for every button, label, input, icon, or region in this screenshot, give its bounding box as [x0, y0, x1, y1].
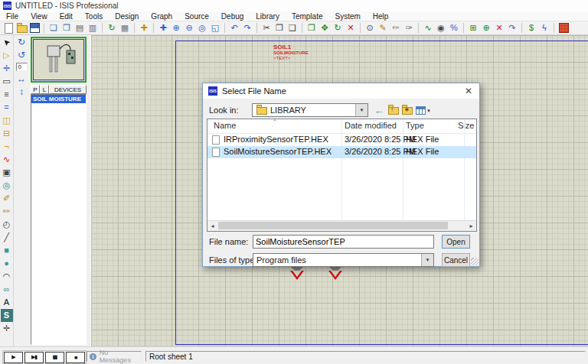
rotate-anticlockwise-icon[interactable]: ↺	[16, 50, 28, 60]
zoom-out-icon[interactable]: ⊖	[183, 22, 195, 34]
zoom-in-icon[interactable]: ⊕	[170, 22, 182, 34]
voltage-probe-icon[interactable]: ✐	[1, 192, 13, 205]
zoom-all-icon[interactable]: ◎	[196, 22, 208, 34]
play-button[interactable]: ▶	[4, 352, 23, 363]
virtual-instruments-icon[interactable]: ◴	[1, 218, 13, 231]
save-file-icon[interactable]	[28, 22, 41, 34]
arc-2d-icon[interactable]: ◠	[1, 270, 13, 283]
path-2d-icon[interactable]: ∞	[1, 283, 13, 296]
redraw-icon[interactable]: ↻	[106, 22, 118, 34]
line-2d-icon[interactable]: ╱	[1, 231, 13, 244]
menu-item[interactable]: System	[328, 12, 366, 21]
wire-label-icon[interactable]: ▭	[1, 75, 13, 88]
redo-icon[interactable]: ↷	[241, 22, 253, 34]
remove-sheet-icon[interactable]: ✕	[493, 22, 505, 34]
junction-dot-icon[interactable]: ✛	[1, 62, 13, 75]
pause-button[interactable]: ▮▮	[45, 352, 64, 363]
paste-icon[interactable]: ❑	[286, 22, 299, 34]
dialog-title-bar[interactable]: ISIS Select File Name ✕	[203, 83, 479, 99]
stop-button[interactable]: ■	[66, 352, 85, 363]
files-of-type-dropdown[interactable]: Program files ▼	[253, 253, 434, 267]
scroll-left-icon[interactable]: ◂	[207, 221, 217, 230]
packaging-tool-icon[interactable]: ✏	[390, 22, 402, 34]
view-menu-icon[interactable]	[414, 104, 426, 116]
bill-of-materials-icon[interactable]: $	[525, 22, 537, 34]
pick-device-icon[interactable]: ⊙	[364, 22, 376, 34]
grid-toggle-icon[interactable]: ▦	[119, 22, 131, 34]
file-row[interactable]: IRProximitySensorTEP.HEX 3/26/2020 8:25 …	[207, 134, 476, 146]
cancel-button[interactable]: Cancel	[442, 253, 470, 267]
cut-icon[interactable]: ✂	[260, 22, 273, 34]
bus-icon[interactable]: =	[1, 101, 13, 114]
subcircuit-icon[interactable]: ◫	[1, 114, 13, 127]
origin-icon[interactable]: ✚	[138, 22, 150, 34]
block-delete-icon[interactable]: ✕	[345, 22, 357, 34]
rotate-clockwise-icon[interactable]: ↻	[16, 37, 28, 47]
close-icon[interactable]: ✕	[465, 86, 472, 96]
selection-mode-icon[interactable]: ➤	[1, 36, 13, 49]
file-name-input[interactable]	[253, 235, 434, 249]
text-script-icon[interactable]: ≡	[1, 88, 13, 101]
block-copy-icon[interactable]: ❐	[305, 22, 318, 34]
menu-item[interactable]: Help	[367, 12, 395, 21]
scroll-right-icon[interactable]: ▸	[466, 221, 476, 230]
rotation-angle-field[interactable]: 0	[16, 63, 28, 71]
pick-devices-button[interactable]: P	[31, 85, 40, 94]
up-one-level-icon[interactable]: ↑	[387, 104, 399, 116]
terminal-mode-icon[interactable]: ⊟	[1, 127, 13, 140]
device-list-item[interactable]: SOIL MOISTURE	[31, 95, 86, 103]
column-header-date[interactable]: Date modified	[345, 121, 397, 130]
menu-item[interactable]: Graph	[145, 12, 178, 21]
text-2d-icon[interactable]: A	[1, 296, 13, 309]
export-section-icon[interactable]: ❐	[60, 22, 73, 34]
new-sheet-icon[interactable]: ⊞	[467, 22, 479, 34]
mirror-vertical-icon[interactable]: ↕	[16, 86, 28, 97]
import-section-icon[interactable]: ❏	[47, 22, 60, 34]
menu-item[interactable]: View	[24, 12, 54, 21]
wire-autorouter-icon[interactable]: ∿	[422, 22, 434, 34]
resize-grip[interactable]	[471, 258, 479, 265]
copy-icon[interactable]: ❐	[273, 22, 286, 34]
menu-item[interactable]: Tools	[79, 12, 109, 21]
netlist-to-ares-icon[interactable]	[557, 22, 570, 34]
zoom-area-icon[interactable]: ◱	[209, 22, 221, 34]
open-file-icon[interactable]	[15, 22, 28, 34]
dropdown-caret-icon[interactable]: ▼	[355, 104, 368, 116]
goto-sheet-icon[interactable]: ↷	[506, 22, 518, 34]
graph-mode-icon[interactable]: ∿	[1, 153, 13, 166]
add-sheet-icon[interactable]: ⊕	[480, 22, 492, 34]
tape-recorder-icon[interactable]: ▣	[1, 166, 13, 179]
new-file-icon[interactable]	[2, 22, 15, 34]
print-icon[interactable]: ▤	[74, 22, 86, 34]
symbol-2d-icon[interactable]: S	[1, 309, 13, 322]
schematic-overview[interactable]	[31, 37, 87, 83]
dropdown-caret-icon[interactable]: ▼	[421, 254, 433, 266]
menu-item[interactable]: Debug	[215, 12, 250, 21]
block-move-icon[interactable]: ✥	[318, 22, 331, 34]
menu-item[interactable]: Design	[109, 12, 145, 21]
horizontal-scrollbar[interactable]: ◂ ▸	[207, 220, 476, 231]
search-tag-icon[interactable]: ◉	[435, 22, 447, 34]
mirror-horizontal-icon[interactable]: ↔	[16, 73, 28, 84]
look-in-dropdown[interactable]: LIBRARY ▼	[252, 103, 368, 117]
library-button[interactable]: L	[40, 85, 49, 94]
view-menu-caret-icon[interactable]: ▼	[426, 109, 431, 113]
file-row[interactable]: SoilMoistureSensorTEP.HEX 3/26/2020 8:25…	[207, 146, 476, 158]
column-header-size[interactable]: Size	[458, 121, 472, 130]
menu-item[interactable]: File	[0, 12, 24, 21]
menu-item[interactable]: Source	[178, 12, 215, 21]
generator-mode-icon[interactable]: ◎	[1, 179, 13, 192]
column-header-type[interactable]: Type	[406, 121, 424, 130]
electrical-rule-check-icon[interactable]: ϟ	[538, 22, 550, 34]
mark-output-area-icon[interactable]: ▥	[87, 22, 99, 34]
undo-icon[interactable]: ↶	[228, 22, 240, 34]
make-device-icon[interactable]: ✎	[377, 22, 389, 34]
step-button[interactable]: ▶▮	[24, 352, 44, 363]
box-2d-icon[interactable]: ■	[1, 244, 13, 257]
menu-item[interactable]: Library	[250, 12, 286, 21]
new-folder-icon[interactable]: ✶	[400, 104, 413, 116]
device-pin-icon[interactable]: ¬	[1, 140, 13, 153]
marker-2d-icon[interactable]: ✛	[1, 322, 13, 335]
scrollbar-thumb[interactable]	[218, 222, 448, 229]
property-assignment-icon[interactable]: %	[448, 22, 460, 34]
